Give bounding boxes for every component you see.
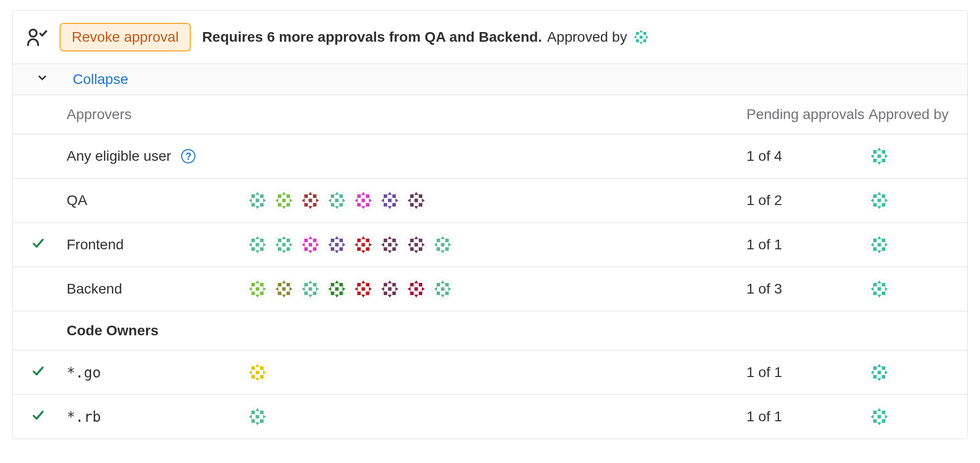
code-owners-header-row: Code Owners — [13, 311, 967, 350]
avatar[interactable] — [326, 234, 348, 255]
avatar[interactable] — [300, 190, 321, 211]
avatar[interactable] — [869, 146, 890, 167]
svg-rect-224 — [335, 287, 339, 291]
avatar[interactable] — [247, 362, 268, 383]
approver-name: Backend — [67, 281, 122, 297]
svg-rect-72 — [384, 194, 387, 198]
svg-rect-303 — [260, 411, 264, 414]
svg-rect-254 — [415, 287, 418, 291]
svg-rect-102 — [251, 239, 255, 242]
avatar[interactable] — [869, 278, 890, 300]
avatar[interactable] — [247, 278, 268, 300]
avatar[interactable] — [326, 278, 348, 300]
svg-rect-202 — [278, 283, 281, 286]
svg-rect-213 — [313, 283, 316, 286]
svg-rect-66 — [366, 203, 369, 207]
svg-rect-2 — [636, 32, 639, 35]
avatar[interactable] — [406, 234, 427, 255]
svg-rect-15 — [873, 159, 877, 162]
svg-rect-55 — [331, 203, 334, 207]
avatar[interactable] — [869, 362, 890, 383]
svg-rect-305 — [251, 419, 255, 423]
avatar[interactable] — [432, 278, 453, 300]
svg-rect-84 — [415, 199, 418, 202]
avatar[interactable] — [432, 234, 453, 255]
avatar[interactable] — [353, 234, 374, 255]
table-row: Backend1 of 3 — [13, 267, 967, 311]
avatar[interactable] — [406, 278, 427, 300]
approvals-panel: Revoke approval Requires 6 more approval… — [12, 10, 968, 439]
svg-rect-14 — [878, 155, 881, 158]
svg-rect-256 — [419, 292, 422, 295]
svg-rect-166 — [419, 247, 422, 251]
avatar[interactable] — [247, 406, 268, 427]
svg-rect-245 — [384, 292, 387, 295]
pending-count: 1 of 2 — [743, 192, 866, 209]
svg-rect-125 — [304, 247, 308, 251]
svg-rect-75 — [384, 203, 387, 207]
svg-rect-22 — [251, 194, 255, 198]
avatar[interactable] — [353, 190, 374, 211]
svg-rect-174 — [441, 243, 445, 247]
svg-rect-295 — [873, 375, 877, 379]
avatar[interactable] — [869, 190, 890, 211]
svg-rect-126 — [313, 247, 316, 251]
pending-count: 1 of 1 — [743, 237, 866, 253]
svg-rect-235 — [357, 292, 361, 295]
svg-rect-316 — [882, 419, 885, 423]
svg-rect-73 — [392, 194, 396, 198]
avatar[interactable] — [406, 190, 427, 211]
svg-rect-302 — [251, 411, 255, 414]
collapse-row[interactable]: Collapse — [13, 64, 967, 95]
svg-rect-215 — [304, 292, 308, 295]
svg-rect-36 — [286, 203, 290, 207]
approvals-status-text: Requires 6 more approvals from QA and Ba… — [202, 28, 650, 46]
help-icon[interactable]: ? — [181, 149, 195, 163]
avatar[interactable] — [379, 234, 400, 255]
avatar[interactable] — [632, 28, 650, 46]
avatar[interactable] — [326, 190, 348, 211]
svg-rect-165 — [410, 247, 414, 251]
svg-rect-13 — [882, 150, 885, 154]
col-pending: Pending approvals — [743, 106, 866, 123]
avatar[interactable] — [379, 278, 400, 300]
avatar[interactable] — [273, 278, 295, 300]
table-row: QA1 of 2 — [13, 178, 967, 222]
svg-rect-144 — [362, 243, 365, 247]
avatar[interactable] — [273, 234, 295, 255]
svg-rect-154 — [388, 243, 392, 247]
revoke-approval-button[interactable]: Revoke approval — [60, 23, 191, 51]
avatar[interactable] — [869, 406, 890, 427]
avatar[interactable] — [353, 278, 374, 300]
svg-rect-304 — [256, 415, 260, 419]
svg-rect-272 — [873, 283, 877, 286]
svg-rect-262 — [437, 283, 440, 286]
table-row: *.rb1 of 1 — [13, 394, 967, 439]
svg-rect-114 — [282, 243, 286, 247]
avatar[interactable] — [247, 190, 268, 211]
svg-rect-296 — [882, 375, 885, 379]
svg-rect-64 — [362, 199, 365, 202]
avatar[interactable] — [300, 278, 321, 300]
svg-rect-293 — [882, 366, 885, 370]
svg-rect-65 — [357, 203, 361, 207]
svg-rect-306 — [260, 419, 264, 423]
svg-rect-135 — [331, 247, 334, 251]
svg-rect-314 — [878, 415, 881, 419]
svg-rect-195 — [251, 292, 255, 295]
svg-rect-225 — [331, 292, 334, 295]
svg-rect-46 — [313, 203, 316, 207]
avatar[interactable] — [273, 190, 295, 211]
avatar[interactable] — [379, 190, 400, 211]
avatar-list — [247, 190, 427, 211]
svg-rect-156 — [392, 247, 396, 251]
avatar[interactable] — [247, 234, 268, 255]
avatar[interactable] — [300, 234, 321, 255]
svg-rect-76 — [392, 203, 396, 207]
avatar[interactable] — [869, 234, 890, 255]
svg-rect-26 — [260, 203, 264, 207]
svg-rect-192 — [251, 283, 255, 286]
svg-rect-63 — [366, 194, 369, 198]
svg-rect-264 — [441, 287, 445, 291]
collapse-link[interactable]: Collapse — [73, 71, 128, 88]
